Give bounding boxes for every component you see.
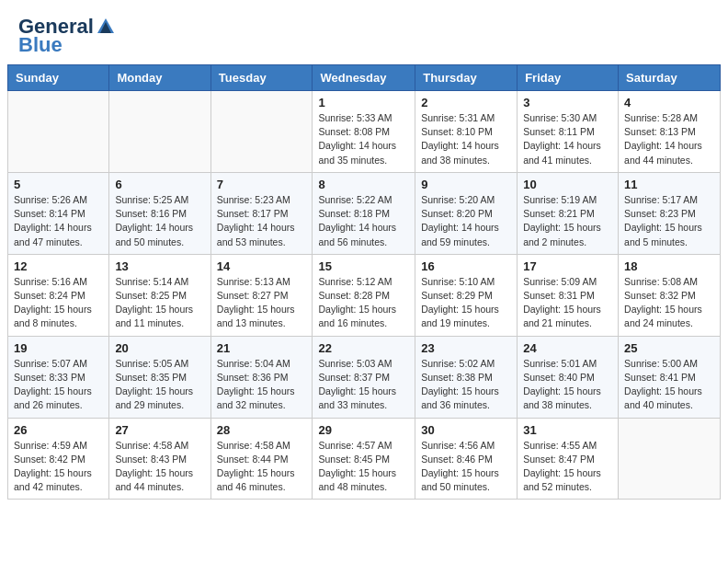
day-info: Sunrise: 5:10 AM Sunset: 8:29 PM Dayligh…: [421, 275, 511, 331]
day-info: Sunrise: 4:58 AM Sunset: 8:43 PM Dayligh…: [115, 439, 204, 495]
day-number: 31: [523, 423, 612, 437]
day-number: 24: [523, 341, 612, 355]
day-info: Sunrise: 5:00 AM Sunset: 8:41 PM Dayligh…: [624, 357, 714, 413]
calendar-day-cell: 28Sunrise: 4:58 AM Sunset: 8:44 PM Dayli…: [210, 418, 313, 500]
day-info: Sunrise: 5:01 AM Sunset: 8:40 PM Dayligh…: [523, 357, 612, 413]
weekday-header-cell: Thursday: [415, 65, 518, 91]
calendar-day-cell: 24Sunrise: 5:01 AM Sunset: 8:40 PM Dayli…: [518, 336, 619, 418]
weekday-header-cell: Tuesday: [210, 65, 313, 91]
day-number: 4: [624, 96, 714, 109]
day-number: 23: [421, 341, 511, 355]
calendar-day-cell: 4Sunrise: 5:28 AM Sunset: 8:13 PM Daylig…: [619, 91, 721, 173]
weekday-header-cell: Sunday: [8, 65, 109, 91]
day-number: 2: [421, 96, 511, 109]
logo-blue: Blue: [18, 33, 63, 57]
calendar-day-cell: [210, 91, 313, 173]
calendar-table: SundayMondayTuesdayWednesdayThursdayFrid…: [7, 64, 721, 500]
day-number: 15: [318, 259, 409, 273]
calendar-day-cell: 18Sunrise: 5:08 AM Sunset: 8:32 PM Dayli…: [619, 254, 721, 336]
day-info: Sunrise: 5:12 AM Sunset: 8:28 PM Dayligh…: [318, 275, 409, 331]
day-info: Sunrise: 5:26 AM Sunset: 8:14 PM Dayligh…: [14, 193, 103, 249]
weekday-header-row: SundayMondayTuesdayWednesdayThursdayFrid…: [8, 65, 721, 91]
calendar-day-cell: 1Sunrise: 5:33 AM Sunset: 8:08 PM Daylig…: [313, 91, 415, 173]
day-info: Sunrise: 4:56 AM Sunset: 8:46 PM Dayligh…: [421, 439, 511, 495]
logo-icon: [96, 17, 116, 37]
day-number: 6: [115, 178, 204, 191]
calendar-day-cell: 11Sunrise: 5:17 AM Sunset: 8:23 PM Dayli…: [619, 172, 721, 254]
day-number: 29: [318, 423, 409, 437]
calendar-day-cell: 9Sunrise: 5:20 AM Sunset: 8:20 PM Daylig…: [415, 172, 518, 254]
calendar-day-cell: 13Sunrise: 5:14 AM Sunset: 8:25 PM Dayli…: [109, 254, 210, 336]
calendar-day-cell: 5Sunrise: 5:26 AM Sunset: 8:14 PM Daylig…: [8, 172, 109, 254]
day-number: 20: [115, 341, 204, 355]
day-info: Sunrise: 5:09 AM Sunset: 8:31 PM Dayligh…: [523, 275, 612, 331]
day-number: 9: [421, 178, 511, 191]
day-number: 28: [217, 423, 307, 437]
day-info: Sunrise: 4:58 AM Sunset: 8:44 PM Dayligh…: [217, 439, 307, 495]
day-number: 17: [523, 259, 612, 273]
day-info: Sunrise: 5:22 AM Sunset: 8:18 PM Dayligh…: [318, 193, 409, 249]
calendar-day-cell: 6Sunrise: 5:25 AM Sunset: 8:16 PM Daylig…: [109, 172, 210, 254]
day-info: Sunrise: 5:04 AM Sunset: 8:36 PM Dayligh…: [217, 357, 307, 413]
calendar-day-cell: 10Sunrise: 5:19 AM Sunset: 8:21 PM Dayli…: [518, 172, 619, 254]
weekday-header-cell: Wednesday: [313, 65, 415, 91]
calendar-day-cell: 30Sunrise: 4:56 AM Sunset: 8:46 PM Dayli…: [415, 418, 518, 500]
calendar-day-cell: 15Sunrise: 5:12 AM Sunset: 8:28 PM Dayli…: [313, 254, 415, 336]
day-info: Sunrise: 5:17 AM Sunset: 8:23 PM Dayligh…: [624, 193, 714, 249]
day-info: Sunrise: 5:19 AM Sunset: 8:21 PM Dayligh…: [523, 193, 612, 249]
calendar-week-row: 1Sunrise: 5:33 AM Sunset: 8:08 PM Daylig…: [8, 91, 721, 173]
day-info: Sunrise: 5:30 AM Sunset: 8:11 PM Dayligh…: [523, 111, 612, 167]
logo: General Blue: [18, 15, 116, 57]
day-number: 5: [14, 178, 103, 191]
calendar-day-cell: 27Sunrise: 4:58 AM Sunset: 8:43 PM Dayli…: [109, 418, 210, 500]
day-info: Sunrise: 5:14 AM Sunset: 8:25 PM Dayligh…: [115, 275, 204, 331]
calendar-day-cell: 2Sunrise: 5:31 AM Sunset: 8:10 PM Daylig…: [415, 91, 518, 173]
day-info: Sunrise: 5:28 AM Sunset: 8:13 PM Dayligh…: [624, 111, 714, 167]
calendar-day-cell: 17Sunrise: 5:09 AM Sunset: 8:31 PM Dayli…: [518, 254, 619, 336]
calendar-day-cell: 22Sunrise: 5:03 AM Sunset: 8:37 PM Dayli…: [313, 336, 415, 418]
day-info: Sunrise: 4:57 AM Sunset: 8:45 PM Dayligh…: [318, 439, 409, 495]
calendar-week-row: 26Sunrise: 4:59 AM Sunset: 8:42 PM Dayli…: [8, 418, 721, 500]
day-number: 14: [217, 259, 307, 273]
calendar-week-row: 19Sunrise: 5:07 AM Sunset: 8:33 PM Dayli…: [8, 336, 721, 418]
day-number: 12: [14, 259, 103, 273]
weekday-header-cell: Friday: [518, 65, 619, 91]
day-info: Sunrise: 5:02 AM Sunset: 8:38 PM Dayligh…: [421, 357, 511, 413]
calendar-day-cell: 26Sunrise: 4:59 AM Sunset: 8:42 PM Dayli…: [8, 418, 109, 500]
day-number: 7: [217, 178, 307, 191]
calendar-day-cell: 31Sunrise: 4:55 AM Sunset: 8:47 PM Dayli…: [518, 418, 619, 500]
calendar-day-cell: 19Sunrise: 5:07 AM Sunset: 8:33 PM Dayli…: [8, 336, 109, 418]
calendar-week-row: 12Sunrise: 5:16 AM Sunset: 8:24 PM Dayli…: [8, 254, 721, 336]
day-number: 13: [115, 259, 204, 273]
calendar-day-cell: 12Sunrise: 5:16 AM Sunset: 8:24 PM Dayli…: [8, 254, 109, 336]
day-number: 22: [318, 341, 409, 355]
calendar-day-cell: 14Sunrise: 5:13 AM Sunset: 8:27 PM Dayli…: [210, 254, 313, 336]
calendar-day-cell: 23Sunrise: 5:02 AM Sunset: 8:38 PM Dayli…: [415, 336, 518, 418]
day-number: 11: [624, 178, 714, 191]
day-info: Sunrise: 5:25 AM Sunset: 8:16 PM Dayligh…: [115, 193, 204, 249]
day-number: 21: [217, 341, 307, 355]
calendar-day-cell: 16Sunrise: 5:10 AM Sunset: 8:29 PM Dayli…: [415, 254, 518, 336]
day-info: Sunrise: 4:59 AM Sunset: 8:42 PM Dayligh…: [14, 439, 103, 495]
calendar-day-cell: [8, 91, 109, 173]
day-info: Sunrise: 5:05 AM Sunset: 8:35 PM Dayligh…: [115, 357, 204, 413]
day-number: 3: [523, 96, 612, 109]
day-number: 1: [318, 96, 409, 109]
day-number: 8: [318, 178, 409, 191]
day-info: Sunrise: 5:13 AM Sunset: 8:27 PM Dayligh…: [217, 275, 307, 331]
day-number: 26: [14, 423, 103, 437]
day-info: Sunrise: 5:31 AM Sunset: 8:10 PM Dayligh…: [421, 111, 511, 167]
day-info: Sunrise: 5:33 AM Sunset: 8:08 PM Dayligh…: [318, 111, 409, 167]
calendar-day-cell: 8Sunrise: 5:22 AM Sunset: 8:18 PM Daylig…: [313, 172, 415, 254]
day-info: Sunrise: 5:20 AM Sunset: 8:20 PM Dayligh…: [421, 193, 511, 249]
calendar-day-cell: 21Sunrise: 5:04 AM Sunset: 8:36 PM Dayli…: [210, 336, 313, 418]
day-number: 27: [115, 423, 204, 437]
day-info: Sunrise: 5:08 AM Sunset: 8:32 PM Dayligh…: [624, 275, 714, 331]
day-number: 19: [14, 341, 103, 355]
calendar-wrapper: SundayMondayTuesdayWednesdayThursdayFrid…: [0, 64, 728, 516]
calendar-day-cell: 29Sunrise: 4:57 AM Sunset: 8:45 PM Dayli…: [313, 418, 415, 500]
day-number: 10: [523, 178, 612, 191]
calendar-day-cell: 7Sunrise: 5:23 AM Sunset: 8:17 PM Daylig…: [210, 172, 313, 254]
day-info: Sunrise: 4:55 AM Sunset: 8:47 PM Dayligh…: [523, 439, 612, 495]
calendar-day-cell: [619, 418, 721, 500]
